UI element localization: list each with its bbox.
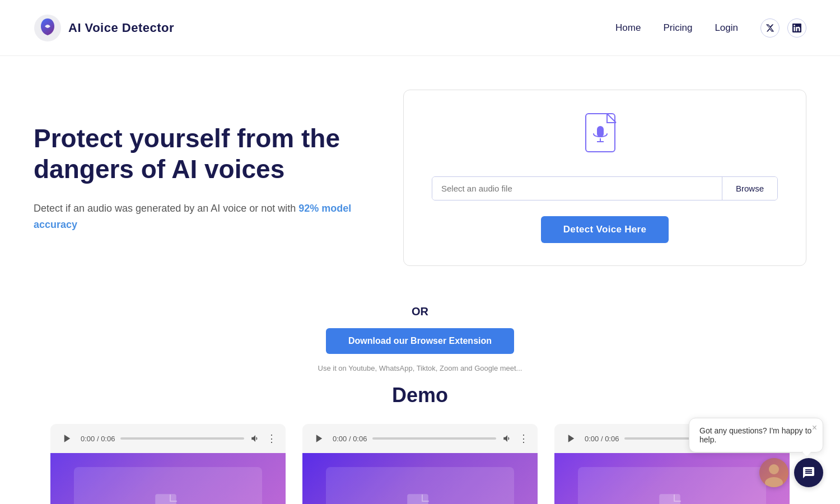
svg-rect-6 [156,494,176,504]
demo-thumbnail-1 [50,453,286,504]
chat-close-button[interactable]: × [812,423,817,433]
demo-card-2: 0:00 / 0:06 ⋮ [302,424,538,504]
chat-avatar[interactable] [759,458,788,487]
chat-bubble: × Got any questions? I'm happy to help. [689,418,823,452]
main-nav: Home Pricing Login [615,18,806,38]
chat-fab-button[interactable] [794,458,823,487]
subtitle-prefix: Detect if an audio was generated by an A… [34,203,298,214]
play-button-1[interactable] [59,431,75,446]
extension-note: Use it on Youtube, WhatsApp, Tiktok, Zoo… [318,364,522,372]
nav-home[interactable]: Home [615,22,641,34]
linkedin-icon[interactable] [787,18,806,38]
or-label: OR [412,305,428,318]
volume-icon-2[interactable] [502,433,513,444]
audio-player-2: 0:00 / 0:06 ⋮ [302,424,538,453]
doc-icon-2 [407,493,433,504]
hero-left: Protect yourself from the dangers of AI … [34,90,370,233]
svg-rect-2 [597,126,604,137]
chat-bubble-text: Got any questions? I'm happy to help. [699,426,811,444]
svg-rect-11 [408,494,428,504]
nav-login[interactable]: Login [715,22,738,34]
time-display-1: 0:00 / 0:06 [81,435,115,443]
social-icons [760,18,806,38]
browse-button[interactable]: Browse [722,177,777,200]
demo-card-1: 0:00 / 0:06 ⋮ [50,424,286,504]
audio-player-1: 0:00 / 0:06 ⋮ [50,424,286,453]
logo-text: AI Voice Detector [68,21,174,35]
more-icon-1[interactable]: ⋮ [267,432,277,445]
svg-point-21 [769,464,779,474]
hero-title: Protect yourself from the dangers of AI … [34,123,370,185]
detect-button[interactable]: Detect Voice Here [541,216,669,243]
progress-track-2[interactable] [372,437,496,440]
demo-thumbnail-2 [302,453,538,504]
logo-area: AI Voice Detector [34,14,174,42]
svg-marker-15 [568,435,575,442]
upload-icon-area [585,113,625,160]
demo-thumbnail-inner-2 [326,467,514,504]
main-content: Protect yourself from the dangers of AI … [0,56,840,288]
doc-icon-1 [155,493,181,504]
volume-icon-1[interactable] [250,433,261,444]
logo-icon [34,14,62,42]
or-section: OR Download our Browser Extension Use it… [0,305,840,372]
audio-file-input[interactable] [432,177,722,200]
svg-marker-10 [316,435,323,442]
file-input-row: Browse [432,176,778,200]
svg-marker-5 [64,435,71,442]
chat-widget: × Got any questions? I'm happy to help. [689,418,823,487]
audio-file-icon [585,113,625,157]
header: AI Voice Detector Home Pricing Login [0,0,840,56]
time-display-2: 0:00 / 0:06 [333,435,367,443]
extension-button[interactable]: Download our Browser Extension [326,328,514,354]
upload-panel: Browse Detect Voice Here [403,90,806,266]
nav-pricing[interactable]: Pricing [663,22,692,34]
time-display-3: 0:00 / 0:06 [585,435,619,443]
play-button-2[interactable] [311,431,327,446]
hero-subtitle: Detect if an audio was generated by an A… [34,200,370,233]
twitter-icon[interactable] [760,18,780,38]
doc-icon-3 [659,493,685,504]
play-button-3[interactable] [563,431,579,446]
demo-title: Demo [34,384,806,407]
demo-thumbnail-inner-1 [74,467,262,504]
more-icon-2[interactable]: ⋮ [519,432,529,445]
progress-track-1[interactable] [120,437,244,440]
svg-rect-16 [660,494,680,504]
